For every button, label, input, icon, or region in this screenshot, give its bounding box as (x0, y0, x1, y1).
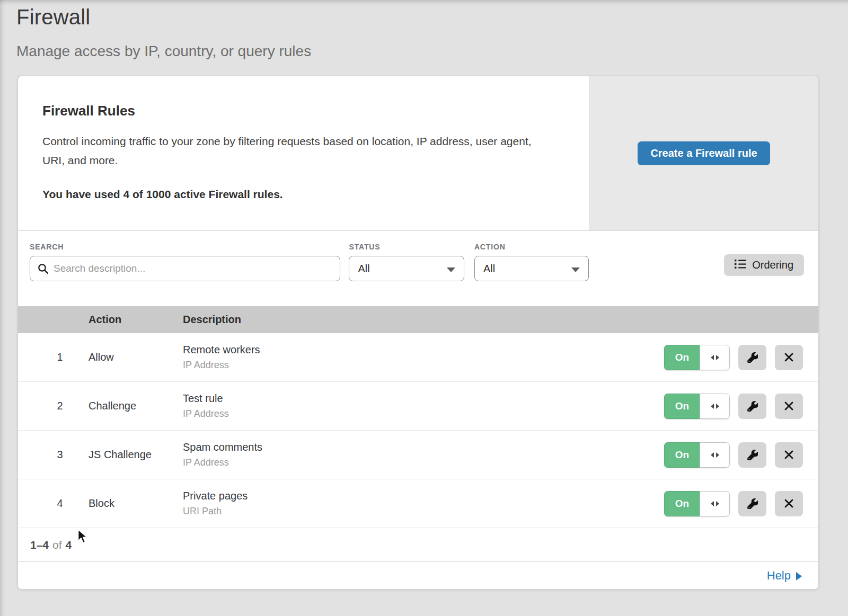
delete-rule-button[interactable] (775, 345, 803, 370)
search-label: SEARCH (30, 243, 340, 251)
rule-controls: On (664, 345, 818, 370)
action-selected-value: All (483, 263, 495, 275)
rule-description: Test rule (183, 392, 664, 405)
help-link[interactable]: Help (767, 569, 802, 583)
pagination: 1–4 of 4 (18, 528, 818, 562)
wrench-icon (747, 498, 758, 509)
cta-panel: Create a Firewall rule (589, 76, 818, 230)
rule-controls: On (664, 394, 818, 419)
table-row: 3 JS Challenge Spam comments IP Address … (18, 431, 818, 479)
pagination-total: 4 (66, 539, 72, 551)
status-label: STATUS (349, 243, 464, 251)
close-icon (784, 401, 794, 411)
ordered-list-icon (735, 259, 746, 272)
search-filter-group: SEARCH (30, 243, 340, 281)
chevron-down-icon (571, 267, 580, 272)
page-title: Firewall (16, 5, 848, 29)
card-top-section: Firewall Rules Control incoming traffic … (18, 76, 818, 231)
close-icon (784, 450, 794, 460)
toggle-handle[interactable] (700, 442, 730, 468)
wrench-icon (747, 401, 758, 412)
pagination-range: 1–4 (30, 539, 49, 551)
page-header: Firewall Manage access by IP, country, o… (0, 0, 848, 60)
rule-description: Remote workers (183, 344, 664, 356)
status-filter-group: STATUS All (349, 243, 464, 281)
card-footer: Help (18, 562, 818, 589)
wrench-icon (747, 450, 758, 460)
rule-enabled-toggle[interactable]: On (664, 394, 730, 419)
toggle-on-label: On (664, 394, 700, 419)
toggle-on-label: On (664, 442, 700, 468)
rule-description: Spam comments (183, 441, 664, 453)
pagination-of: of (52, 539, 62, 551)
chevron-down-icon (447, 267, 455, 272)
left-right-arrows-icon (710, 452, 720, 458)
rule-action: JS Challenge (89, 449, 183, 461)
close-icon (784, 352, 794, 362)
rule-enabled-toggle[interactable]: On (664, 491, 730, 516)
action-select[interactable]: All (474, 256, 589, 281)
rule-description-cell: Test rule IP Address (183, 392, 664, 419)
rule-action: Block (89, 497, 183, 510)
intro-heading: Firewall Rules (42, 103, 568, 119)
rule-priority: 4 (18, 497, 89, 510)
rule-controls: On (664, 442, 818, 468)
rule-enabled-toggle[interactable]: On (664, 442, 730, 468)
rule-priority: 3 (18, 449, 89, 461)
wrench-icon (747, 352, 758, 363)
create-firewall-rule-button[interactable]: Create a Firewall rule (638, 141, 770, 165)
rule-match-type: IP Address (183, 360, 664, 371)
rule-action: Allow (89, 351, 183, 363)
rule-action: Challenge (89, 400, 183, 412)
delete-rule-button[interactable] (775, 442, 803, 468)
rule-match-type: IP Address (183, 457, 664, 468)
firewall-page: Firewall Manage access by IP, country, o… (0, 0, 848, 616)
search-input[interactable] (30, 256, 340, 281)
intro-block: Firewall Rules Control incoming traffic … (18, 76, 589, 230)
table-row: 4 Block Private pages URI Path On (18, 479, 818, 528)
edit-rule-button[interactable] (738, 442, 766, 468)
action-column-header: Action (89, 314, 183, 326)
toggle-on-label: On (664, 345, 700, 370)
status-select[interactable]: All (349, 256, 464, 281)
ordering-button-label: Ordering (752, 259, 793, 271)
rule-enabled-toggle[interactable]: On (664, 345, 730, 370)
rule-priority: 2 (18, 400, 89, 412)
search-icon (38, 263, 49, 276)
rule-description-cell: Remote workers IP Address (183, 344, 664, 371)
firewall-rules-card: Firewall Rules Control incoming traffic … (17, 76, 819, 590)
toggle-handle[interactable] (700, 345, 730, 370)
delete-rule-button[interactable] (775, 394, 803, 419)
status-selected-value: All (358, 263, 369, 275)
usage-summary: You have used 4 of 1000 active Firewall … (42, 188, 568, 201)
left-right-arrows-icon (710, 403, 720, 409)
intro-description: Control incoming traffic to your zone by… (42, 132, 545, 170)
toggle-handle[interactable] (700, 491, 730, 516)
caret-right-icon (796, 572, 802, 581)
ordering-button[interactable]: Ordering (724, 254, 804, 276)
rule-match-type: URI Path (183, 506, 664, 517)
left-right-arrows-icon (710, 354, 720, 361)
rule-description-cell: Private pages URI Path (183, 490, 664, 517)
rule-priority: 1 (18, 351, 89, 363)
delete-rule-button[interactable] (775, 491, 803, 516)
toggle-handle[interactable] (700, 394, 730, 419)
rule-description: Private pages (183, 490, 664, 502)
filters-bar: SEARCH STATUS All ACTION All (18, 231, 818, 306)
table-header: Action Description (18, 306, 818, 333)
action-label: ACTION (474, 243, 589, 251)
search-box (30, 256, 340, 281)
edit-rule-button[interactable] (738, 394, 766, 419)
rule-description-cell: Spam comments IP Address (183, 441, 664, 468)
table-row: 2 Challenge Test rule IP Address On (18, 382, 818, 431)
action-filter-group: ACTION All (474, 243, 589, 281)
page-subtitle: Manage access by IP, country, or query r… (16, 43, 848, 60)
toggle-on-label: On (664, 491, 700, 516)
edit-rule-button[interactable] (738, 491, 766, 516)
edit-rule-button[interactable] (738, 345, 766, 370)
close-icon (784, 498, 794, 508)
help-link-label: Help (767, 569, 791, 583)
rule-controls: On (664, 491, 818, 516)
description-column-header: Description (183, 314, 818, 326)
left-right-arrows-icon (710, 501, 720, 507)
